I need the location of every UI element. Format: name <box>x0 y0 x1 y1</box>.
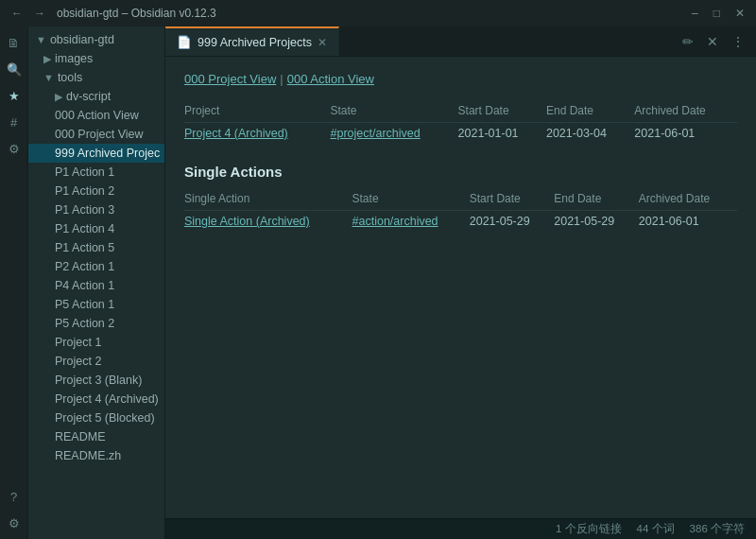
sidebar-label: Project 1 <box>55 336 101 349</box>
sidebar-label: dv-script <box>66 90 111 103</box>
tab-file-icon: 📄 <box>177 35 192 49</box>
sidebar-label: README <box>55 430 105 443</box>
view-links: 000 Project View | 000 Action View <box>184 72 737 86</box>
vault-name: obsidian-gtd <box>50 33 114 46</box>
tab-close-button[interactable]: ✕ <box>318 36 327 49</box>
col-end-date: End Date <box>554 189 639 211</box>
maximize-button[interactable]: □ <box>710 5 724 22</box>
sidebar-label: P1 Action 5 <box>55 241 114 254</box>
table-row: Project 4 (Archived) #project/archived 2… <box>184 123 737 145</box>
tab-archived-projects[interactable]: 📄 999 Archived Projects ✕ <box>165 26 339 56</box>
folder-open-icon: ▼ <box>43 72 54 83</box>
window-controls: – □ ✕ <box>688 5 748 22</box>
folder-icon: ▶ <box>43 53 51 65</box>
sidebar-item-p1-action1[interactable]: P1 Action 1 <box>28 163 164 182</box>
sidebar-item-project-view[interactable]: 000 Project View <box>28 125 164 144</box>
col-start-date: Start Date <box>470 189 555 211</box>
help-icon[interactable]: ? <box>2 484 26 509</box>
sidebar-item-p1-action4[interactable]: P1 Action 4 <box>28 219 164 238</box>
sidebar-item-readme[interactable]: README <box>28 427 164 446</box>
project-end-date: 2021-03-04 <box>546 123 634 145</box>
sidebar-label: Project 5 (Blocked) <box>55 411 155 425</box>
sidebar-label: P4 Action 1 <box>55 279 114 292</box>
tab-actions: ✏ ✕ ⋮ <box>671 26 756 56</box>
nav-buttons: ← → <box>8 5 49 22</box>
main-content: 📄 999 Archived Projects ✕ ✏ ✕ ⋮ 000 Proj… <box>165 26 756 539</box>
sidebar-label: README.zh <box>55 449 121 462</box>
sidebar-item-p5-action2[interactable]: P5 Action 2 <box>28 314 164 333</box>
col-project: Project <box>184 101 331 123</box>
sidebar-item-project3[interactable]: Project 3 (Blank) <box>28 371 164 390</box>
sidebar-label: 999 Archived Projec <box>55 147 160 160</box>
sidebar-item-p5-action1[interactable]: P5 Action 1 <box>28 295 164 314</box>
char-count: 386 个字符 <box>690 522 745 536</box>
tab-bar: 📄 999 Archived Projects ✕ ✏ ✕ ⋮ <box>165 26 756 57</box>
folder-icon: ▶ <box>55 91 62 103</box>
action-end-date: 2021-05-29 <box>554 211 639 233</box>
close-tab-button[interactable]: ✕ <box>703 32 722 51</box>
action-link[interactable]: Single Action (Archived) <box>184 211 352 233</box>
sidebar-label: P1 Action 4 <box>55 222 114 235</box>
forward-button[interactable]: → <box>30 5 49 22</box>
starred-icon[interactable]: ★ <box>2 83 26 108</box>
project-state[interactable]: #project/archived <box>331 123 458 145</box>
sidebar-item-p1-action3[interactable]: P1 Action 3 <box>28 200 164 219</box>
icon-rail: 🗎 🔍 ★ # ⚙ ? ⚙ <box>0 26 28 539</box>
sidebar-item-action-view[interactable]: 000 Action View <box>28 106 164 125</box>
tag-icon[interactable]: # <box>2 110 26 134</box>
sidebar-item-readme-zh[interactable]: README.zh <box>28 446 164 465</box>
gear-icon[interactable]: ⚙ <box>2 511 26 535</box>
sidebar-label: P5 Action 2 <box>55 317 114 330</box>
sidebar-label: images <box>55 52 93 65</box>
status-bar: 1 个反向链接 44 个词 386 个字符 <box>165 518 756 539</box>
project-start-date: 2021-01-01 <box>458 123 546 145</box>
project-link[interactable]: Project 4 (Archived) <box>184 123 331 145</box>
vault-header[interactable]: ▼ obsidian-gtd <box>28 30 164 49</box>
col-end-date: End Date <box>546 101 634 123</box>
sidebar-item-project5[interactable]: Project 5 (Blocked) <box>28 409 164 427</box>
col-state: State <box>331 101 458 123</box>
sidebar-label: P1 Action 2 <box>55 184 114 198</box>
sidebar-item-project1[interactable]: Project 1 <box>28 333 164 352</box>
project-view-link[interactable]: 000 Project View <box>184 72 276 86</box>
action-view-link[interactable]: 000 Action View <box>287 72 374 86</box>
sidebar-label: P5 Action 1 <box>55 298 114 311</box>
search-icon[interactable]: 🔍 <box>2 57 26 81</box>
actions-table-header: Single Action State Start Date End Date … <box>184 189 737 211</box>
sidebar-item-p1-action5[interactable]: P1 Action 5 <box>28 238 164 257</box>
sidebar-label: Project 3 (Blank) <box>55 374 142 387</box>
sidebar-item-tools[interactable]: ▼ tools <box>28 68 164 87</box>
vault-arrow-icon: ▼ <box>36 34 46 45</box>
sidebar-item-p4-action1[interactable]: P4 Action 1 <box>28 276 164 295</box>
sidebar-item-project2[interactable]: Project 2 <box>28 352 164 371</box>
sidebar-label: P2 Action 1 <box>55 260 114 273</box>
settings-icon[interactable]: ⚙ <box>2 136 26 161</box>
projects-table: Project State Start Date End Date Archiv… <box>184 101 737 145</box>
edit-button[interactable]: ✏ <box>679 32 697 51</box>
sidebar-item-archived-projects[interactable]: 999 Archived Projec <box>28 144 164 163</box>
app-body: 🗎 🔍 ★ # ⚙ ? ⚙ ▼ obsidian-gtd ▶ images ▼ … <box>0 26 756 539</box>
more-options-button[interactable]: ⋮ <box>728 32 748 51</box>
sidebar-item-project4[interactable]: Project 4 (Archived) <box>28 390 164 409</box>
sidebar-item-images[interactable]: ▶ images <box>28 49 164 68</box>
tab-label: 999 Archived Projects <box>198 36 312 49</box>
minimize-button[interactable]: – <box>688 5 702 22</box>
action-state[interactable]: #action/archived <box>352 211 470 233</box>
sidebar-item-p1-action2[interactable]: P1 Action 2 <box>28 182 164 200</box>
sidebar: ▼ obsidian-gtd ▶ images ▼ tools ▶ dv-scr… <box>28 26 165 539</box>
word-count: 44 个词 <box>637 522 675 536</box>
sidebar-item-dv-script[interactable]: ▶ dv-script <box>28 87 164 106</box>
back-button[interactable]: ← <box>8 5 26 22</box>
sidebar-label: Project 4 (Archived) <box>55 392 159 406</box>
sidebar-label: P1 Action 3 <box>55 203 114 217</box>
title-bar-left: ← → obsidian-gtd – Obsidian v0.12.3 <box>8 5 216 22</box>
close-window-button[interactable]: ✕ <box>731 5 748 22</box>
single-actions-heading: Single Actions <box>184 164 737 180</box>
sidebar-item-p2-action1[interactable]: P2 Action 1 <box>28 257 164 276</box>
link-separator: | <box>280 72 283 86</box>
project-archived-date: 2021-06-01 <box>634 123 737 145</box>
sidebar-label: Project 2 <box>55 355 101 368</box>
projects-table-header: Project State Start Date End Date Archiv… <box>184 101 737 123</box>
sidebar-section: ▼ obsidian-gtd ▶ images ▼ tools ▶ dv-scr… <box>28 26 164 469</box>
files-icon[interactable]: 🗎 <box>2 30 26 55</box>
